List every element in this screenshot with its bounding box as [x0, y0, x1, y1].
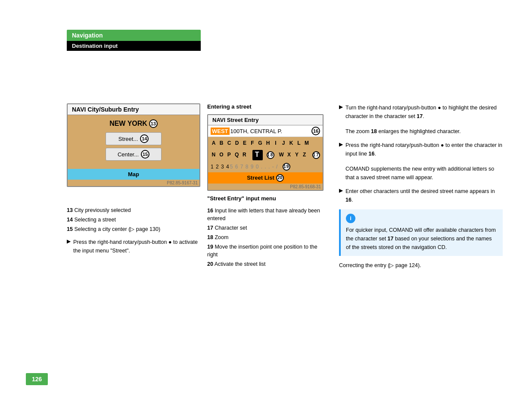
bullet-arrow-r3: ▶	[339, 187, 343, 204]
right-bullet-2: ▶ Press the right-hand rotary/push-butto…	[339, 141, 503, 182]
nav-title: Navigation	[72, 32, 103, 39]
move-badge-19: 19	[283, 163, 290, 171]
west-highlight: WEST	[211, 128, 230, 135]
char-T-highlight: T	[252, 150, 263, 160]
nav-title-bar: Navigation	[67, 30, 201, 41]
city-badge-13: 13	[149, 119, 158, 128]
bullet-content-r2: Press the right-hand rotary/push-button …	[345, 141, 503, 182]
right-bullet-3: ▶ Enter other characters until the desir…	[339, 187, 503, 204]
input-badge-right: 16	[311, 127, 320, 135]
street-button[interactable]: Street... 14	[106, 132, 162, 145]
info-icon: i	[346, 214, 355, 223]
nav-header: Navigation Destination input	[67, 30, 201, 51]
navi-street-title: NAVI Street Entry	[208, 115, 323, 125]
bullet-arrow-r2: ▶	[339, 141, 343, 182]
char-row-2: N O P Q R T 18 W X Y Z 17	[211, 150, 320, 160]
desc-20: 20 Activate the street list	[207, 260, 328, 268]
bullet-arrow-left: ▶	[67, 238, 71, 255]
desc-18: 18 Zoom	[207, 234, 328, 242]
navi-street-nums: 1 2 3 4 5 6 7 8 9 0 . . . - / 19	[208, 162, 323, 172]
char-row-1: A B C D E F G H I J K L M	[211, 139, 320, 148]
left-descriptions: 13 City previously selected 14 Selecting…	[67, 206, 200, 255]
bullet-text-left: Press the right-hand rotary/push-button …	[73, 238, 200, 255]
photo-ref-street: P82.85-9168-31	[208, 184, 323, 190]
navi-street-input-line: WEST 100TH, CENTRAL P. 16	[208, 125, 323, 137]
correcting-text: Correcting the entry (▷ page 124).	[339, 262, 421, 268]
input-menu-title: "Street Entry" input menu	[207, 195, 328, 202]
center-button[interactable]: Center... 15	[106, 148, 162, 161]
navi-city-title: NAVI City/Suburb Entry	[68, 104, 199, 115]
street-list-badge-20: 20	[276, 174, 284, 182]
nums-row: 1 2 3 4 5 6 7 8 9 0 . . . - / 19	[211, 163, 320, 171]
info-text: For quicker input, COMAND will offer ava…	[346, 226, 498, 252]
right-bullet-1: ▶ Turn the right-hand rotary/push-button…	[339, 103, 503, 136]
page-number: 126	[26, 373, 48, 385]
nav-subtitle-bar: Destination input	[67, 41, 201, 51]
navi-city-box: NAVI City/Suburb Entry NEW YORK 13 Stree…	[67, 103, 200, 187]
input-text: 100TH, CENTRAL P.	[230, 128, 283, 134]
middle-descriptions: 16 Input line with letters that have alr…	[207, 207, 328, 268]
nav-subtitle: Destination input	[72, 43, 118, 49]
desc-16: 16 Input line with letters that have alr…	[207, 207, 328, 223]
bullet-content-r1: Turn the right-hand rotary/push-button ●…	[345, 103, 503, 136]
navi-city-newyork: NEW YORK 13	[72, 119, 195, 128]
street-button-label: Street...	[118, 136, 138, 142]
navi-street-chars: A B C D E F G H I J K L M N O P Q R	[208, 137, 323, 162]
desc-17: 17 Character set	[207, 224, 328, 232]
left-desc-15: 15 Selecting a city center (▷ page 130)	[67, 225, 200, 234]
center-badge-15: 15	[141, 150, 149, 159]
right-panel: ▶ Turn the right-hand rotary/push-button…	[339, 103, 503, 268]
left-bullet: ▶ Press the right-hand rotary/push-butto…	[67, 238, 200, 255]
bullet-arrow-r1: ▶	[339, 104, 343, 136]
street-badge-14: 14	[140, 134, 149, 143]
street-list-label: Street List	[247, 174, 274, 181]
charset-badge-17: 17	[312, 151, 320, 159]
photo-ref-city: P82.85-9167-31	[68, 180, 199, 186]
left-desc-13: 13 City previously selected	[67, 206, 200, 215]
navi-city-map-label: Map	[68, 169, 199, 180]
navi-street-box: NAVI Street Entry WEST 100TH, CENTRAL P.…	[207, 114, 324, 191]
navi-city-buttons: Street... 14 Center... 15	[72, 132, 195, 161]
desc-19: 19 Move the insertion point one position…	[207, 243, 328, 259]
correcting-link[interactable]: Correcting the entry (▷ page 124).	[339, 262, 503, 268]
info-box: i For quicker input, COMAND will offer a…	[339, 209, 503, 256]
middle-panel: Entering a street NAVI Street Entry WEST…	[207, 103, 328, 270]
navi-city-content: NEW YORK 13 Street... 14 Center... 15	[68, 115, 199, 167]
bullet-content-r3: Enter other characters until the desired…	[345, 187, 503, 204]
input-badge-16: 16	[311, 127, 320, 135]
left-desc-14: 14 Selecting a street	[67, 215, 200, 224]
street-list-button[interactable]: Street List 20	[208, 172, 323, 184]
zoom-badge-18: 18	[267, 151, 274, 159]
new-york-label: NEW YORK	[109, 120, 147, 128]
entering-street-title: Entering a street	[207, 103, 328, 110]
center-button-label: Center...	[118, 151, 139, 158]
